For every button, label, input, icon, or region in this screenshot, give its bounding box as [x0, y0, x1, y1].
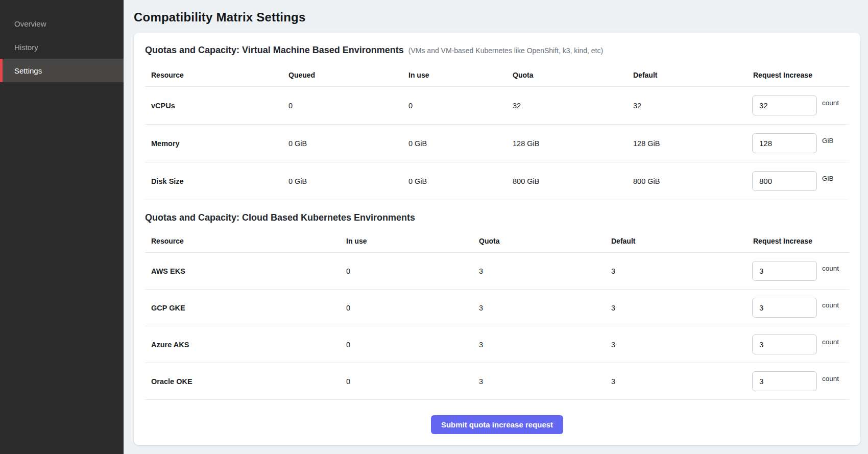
- queued-value: 0: [282, 102, 402, 110]
- in-use-value: 0: [340, 304, 473, 312]
- default-value: 3: [605, 267, 747, 275]
- request-increase-input[interactable]: [752, 171, 817, 191]
- submit-row: Submit quota increase request: [145, 400, 849, 434]
- unit-label: count: [822, 265, 839, 272]
- vm-table-row: vCPUs 0 0 32 32 count: [145, 87, 849, 125]
- request-increase-cell: count: [747, 261, 849, 281]
- sidebar-item-history[interactable]: History: [0, 35, 124, 59]
- in-use-value: 0: [340, 341, 473, 349]
- col-header-quota: Quota: [473, 237, 605, 245]
- sidebar-item-overview[interactable]: Overview: [0, 12, 124, 35]
- default-value: 3: [605, 304, 747, 312]
- resource-name: Disk Size: [145, 177, 282, 185]
- submit-quota-increase-button[interactable]: Submit quota increase request: [431, 415, 563, 434]
- resource-name: GCP GKE: [145, 304, 340, 312]
- resource-name: Oracle OKE: [145, 377, 340, 386]
- queued-value: 0 GiB: [282, 177, 402, 185]
- quota-settings-card: Quotas and Capacity: Virtual Machine Bas…: [134, 33, 860, 445]
- default-value: 3: [605, 341, 747, 349]
- page-title: Compatibility Matrix Settings: [134, 10, 860, 25]
- vm-section-title: Quotas and Capacity: Virtual Machine Bas…: [145, 44, 404, 56]
- request-increase-input[interactable]: [752, 298, 817, 318]
- in-use-value: 0: [340, 267, 473, 275]
- cloud-table-row: AWS EKS 0 3 3 count: [145, 253, 849, 290]
- resource-name: Azure AKS: [145, 341, 340, 349]
- unit-label: count: [822, 99, 839, 107]
- in-use-value: 0 GiB: [402, 177, 507, 185]
- resource-name: Memory: [145, 139, 282, 148]
- quota-value: 3: [473, 267, 605, 275]
- request-increase-cell: count: [747, 334, 849, 354]
- col-header-quota: Quota: [507, 71, 627, 79]
- request-increase-cell: count: [747, 371, 849, 391]
- in-use-value: 0: [340, 377, 473, 386]
- request-increase-input[interactable]: [752, 133, 817, 153]
- unit-label: GiB: [822, 137, 834, 145]
- request-increase-input[interactable]: [752, 334, 817, 354]
- sidebar: Overview History Settings: [0, 0, 124, 454]
- default-value: 800 GiB: [627, 177, 747, 185]
- default-value: 3: [605, 377, 747, 386]
- sidebar-item-label: Overview: [14, 19, 46, 28]
- vm-section-subtitle: (VMs and VM-based Kubernetes like OpenSh…: [408, 44, 603, 57]
- quota-value: 3: [473, 304, 605, 312]
- sidebar-item-settings[interactable]: Settings: [0, 59, 124, 82]
- default-value: 32: [627, 102, 747, 110]
- col-header-queued: Queued: [282, 71, 402, 79]
- queued-value: 0 GiB: [282, 139, 402, 148]
- col-header-default: Default: [605, 237, 747, 245]
- request-increase-input[interactable]: [752, 371, 817, 391]
- quota-value: 3: [473, 341, 605, 349]
- cloud-section-heading: Quotas and Capacity: Cloud Based Kuberne…: [145, 211, 849, 224]
- col-header-request-increase: Request Increase: [747, 71, 849, 79]
- unit-label: count: [822, 338, 839, 346]
- cloud-table-row: GCP GKE 0 3 3 count: [145, 290, 849, 326]
- vm-table-row: Memory 0 GiB 0 GiB 128 GiB 128 GiB GiB: [145, 125, 849, 162]
- cloud-table-header: Resource In use Quota Default Request In…: [145, 224, 849, 253]
- vm-table-header: Resource Queued In use Quota Default Req…: [145, 57, 849, 87]
- cloud-table-row: Azure AKS 0 3 3 count: [145, 326, 849, 363]
- vm-table-row: Disk Size 0 GiB 0 GiB 800 GiB 800 GiB Gi…: [145, 162, 849, 200]
- unit-label: count: [822, 301, 839, 309]
- request-increase-cell: GiB: [747, 171, 849, 191]
- sidebar-item-label: History: [14, 43, 38, 52]
- quota-value: 3: [473, 377, 605, 386]
- in-use-value: 0: [402, 102, 507, 110]
- default-value: 128 GiB: [627, 139, 747, 148]
- col-header-in-use: In use: [340, 237, 473, 245]
- quota-value: 128 GiB: [507, 139, 627, 148]
- quota-value: 32: [507, 102, 627, 110]
- vm-section-heading: Quotas and Capacity: Virtual Machine Bas…: [145, 44, 849, 57]
- quota-value: 800 GiB: [507, 177, 627, 185]
- col-header-request-increase: Request Increase: [747, 237, 849, 245]
- col-header-in-use: In use: [402, 71, 507, 79]
- resource-name: AWS EKS: [145, 267, 340, 275]
- cloud-section-title: Quotas and Capacity: Cloud Based Kuberne…: [145, 211, 415, 224]
- resource-name: vCPUs: [145, 102, 282, 110]
- in-use-value: 0 GiB: [402, 139, 507, 148]
- col-header-resource: Resource: [145, 237, 340, 245]
- unit-label: count: [822, 375, 839, 383]
- request-increase-cell: count: [747, 95, 849, 115]
- col-header-resource: Resource: [145, 71, 282, 79]
- main-content: Compatibility Matrix Settings Quotas and…: [124, 0, 868, 454]
- request-increase-input[interactable]: [752, 95, 817, 115]
- request-increase-input[interactable]: [752, 261, 817, 281]
- request-increase-cell: count: [747, 298, 849, 318]
- col-header-default: Default: [627, 71, 747, 79]
- unit-label: GiB: [822, 175, 834, 182]
- request-increase-cell: GiB: [747, 133, 849, 153]
- cloud-table-row: Oracle OKE 0 3 3 count: [145, 363, 849, 400]
- sidebar-item-label: Settings: [14, 66, 42, 75]
